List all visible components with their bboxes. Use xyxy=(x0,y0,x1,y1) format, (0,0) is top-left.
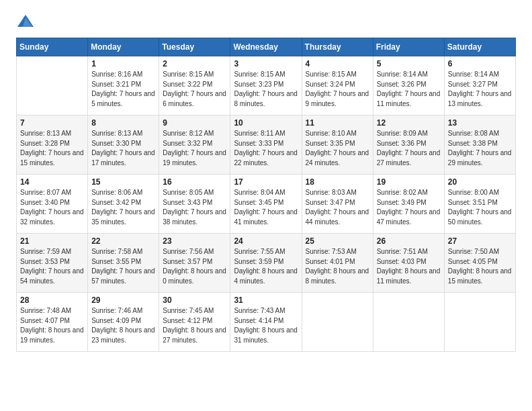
day-number: 25 xyxy=(306,236,369,246)
day-cell: 20Sunrise: 8:00 AMSunset: 3:51 PMDayligh… xyxy=(444,175,515,234)
day-info: Sunrise: 8:04 AMSunset: 3:45 PMDaylight:… xyxy=(234,188,298,227)
day-number: 3 xyxy=(234,59,298,68)
day-info: Sunrise: 7:53 AMSunset: 4:01 PMDaylight:… xyxy=(306,247,369,286)
day-number: 23 xyxy=(163,236,226,246)
day-info: Sunrise: 8:02 AMSunset: 3:49 PMDaylight:… xyxy=(377,188,441,227)
day-info: Sunrise: 8:14 AMSunset: 3:27 PMDaylight:… xyxy=(448,70,512,109)
day-info: Sunrise: 7:45 AMSunset: 4:12 PMDaylight:… xyxy=(163,306,226,345)
day-info: Sunrise: 8:09 AMSunset: 3:36 PMDaylight:… xyxy=(377,129,441,168)
day-info: Sunrise: 8:15 AMSunset: 3:23 PMDaylight:… xyxy=(234,70,298,109)
day-number: 4 xyxy=(306,59,369,68)
day-info: Sunrise: 7:59 AMSunset: 3:53 PMDaylight:… xyxy=(20,247,84,286)
day-number: 31 xyxy=(234,295,298,305)
day-cell: 11Sunrise: 8:10 AMSunset: 3:35 PMDayligh… xyxy=(302,116,373,175)
day-info: Sunrise: 7:50 AMSunset: 4:05 PMDaylight:… xyxy=(448,247,512,286)
week-row-5: 28Sunrise: 7:48 AMSunset: 4:07 PMDayligh… xyxy=(17,293,516,352)
day-number: 16 xyxy=(163,177,226,187)
day-cell: 2Sunrise: 8:15 AMSunset: 3:22 PMDaylight… xyxy=(159,56,230,116)
day-info: Sunrise: 7:48 AMSunset: 4:07 PMDaylight:… xyxy=(20,306,84,345)
day-info: Sunrise: 8:03 AMSunset: 3:47 PMDaylight:… xyxy=(306,188,369,227)
day-cell: 28Sunrise: 7:48 AMSunset: 4:07 PMDayligh… xyxy=(17,293,88,352)
day-info: Sunrise: 8:07 AMSunset: 3:40 PMDaylight:… xyxy=(20,188,84,227)
day-cell: 5Sunrise: 8:14 AMSunset: 3:26 PMDaylight… xyxy=(373,56,444,116)
day-number: 8 xyxy=(91,118,155,128)
day-info: Sunrise: 8:00 AMSunset: 3:51 PMDaylight:… xyxy=(448,188,512,227)
day-cell: 18Sunrise: 8:03 AMSunset: 3:47 PMDayligh… xyxy=(302,175,373,234)
day-cell: 6Sunrise: 8:14 AMSunset: 3:27 PMDaylight… xyxy=(444,56,515,116)
day-info: Sunrise: 8:13 AMSunset: 3:30 PMDaylight:… xyxy=(91,129,155,168)
day-info: Sunrise: 7:56 AMSunset: 3:57 PMDaylight:… xyxy=(163,247,226,286)
day-number: 5 xyxy=(377,59,441,68)
day-number: 30 xyxy=(163,295,226,305)
day-number: 10 xyxy=(234,118,298,128)
day-info: Sunrise: 8:12 AMSunset: 3:32 PMDaylight:… xyxy=(163,129,226,168)
day-info: Sunrise: 8:13 AMSunset: 3:28 PMDaylight:… xyxy=(20,129,84,168)
day-cell: 29Sunrise: 7:46 AMSunset: 4:09 PMDayligh… xyxy=(88,293,159,352)
day-info: Sunrise: 8:16 AMSunset: 3:21 PMDaylight:… xyxy=(91,70,155,109)
day-info: Sunrise: 8:06 AMSunset: 3:42 PMDaylight:… xyxy=(91,188,155,227)
day-info: Sunrise: 7:58 AMSunset: 3:55 PMDaylight:… xyxy=(91,247,155,286)
day-cell xyxy=(302,293,373,352)
day-info: Sunrise: 8:08 AMSunset: 3:38 PMDaylight:… xyxy=(448,129,512,168)
logo xyxy=(16,12,38,31)
day-number: 21 xyxy=(20,236,84,246)
day-cell: 4Sunrise: 8:15 AMSunset: 3:24 PMDaylight… xyxy=(302,56,373,116)
day-cell: 31Sunrise: 7:43 AMSunset: 4:14 PMDayligh… xyxy=(230,293,302,352)
day-info: Sunrise: 8:15 AMSunset: 3:24 PMDaylight:… xyxy=(306,70,369,109)
weekday-header-wednesday: Wednesday xyxy=(230,38,302,56)
day-cell: 14Sunrise: 8:07 AMSunset: 3:40 PMDayligh… xyxy=(17,175,88,234)
day-cell: 3Sunrise: 8:15 AMSunset: 3:23 PMDaylight… xyxy=(230,56,302,116)
day-cell: 16Sunrise: 8:05 AMSunset: 3:43 PMDayligh… xyxy=(159,175,230,234)
day-number: 13 xyxy=(448,118,512,128)
day-number: 11 xyxy=(306,118,369,128)
day-number: 6 xyxy=(448,59,512,68)
day-number: 17 xyxy=(234,177,298,187)
day-cell xyxy=(444,293,515,352)
weekday-header-friday: Friday xyxy=(373,38,444,56)
day-number: 24 xyxy=(234,236,298,246)
day-number: 29 xyxy=(91,295,155,305)
calendar-table: SundayMondayTuesdayWednesdayThursdayFrid… xyxy=(16,38,516,352)
day-info: Sunrise: 8:15 AMSunset: 3:22 PMDaylight:… xyxy=(163,70,226,109)
weekday-header-sunday: Sunday xyxy=(17,38,88,56)
day-number: 2 xyxy=(163,59,226,68)
weekday-header-saturday: Saturday xyxy=(444,38,515,56)
day-cell: 19Sunrise: 8:02 AMSunset: 3:49 PMDayligh… xyxy=(373,175,444,234)
day-number: 27 xyxy=(448,236,512,246)
day-number: 15 xyxy=(91,177,155,187)
day-cell: 26Sunrise: 7:51 AMSunset: 4:03 PMDayligh… xyxy=(373,234,444,293)
day-number: 20 xyxy=(448,177,512,187)
day-number: 19 xyxy=(377,177,441,187)
day-cell: 7Sunrise: 8:13 AMSunset: 3:28 PMDaylight… xyxy=(17,116,88,175)
day-info: Sunrise: 8:14 AMSunset: 3:26 PMDaylight:… xyxy=(377,70,441,109)
day-cell: 13Sunrise: 8:08 AMSunset: 3:38 PMDayligh… xyxy=(444,116,515,175)
day-number: 12 xyxy=(377,118,441,128)
day-number: 18 xyxy=(306,177,369,187)
day-info: Sunrise: 8:10 AMSunset: 3:35 PMDaylight:… xyxy=(306,129,369,168)
day-cell: 22Sunrise: 7:58 AMSunset: 3:55 PMDayligh… xyxy=(88,234,159,293)
header xyxy=(16,12,516,31)
day-cell: 24Sunrise: 7:55 AMSunset: 3:59 PMDayligh… xyxy=(230,234,302,293)
day-info: Sunrise: 7:43 AMSunset: 4:14 PMDaylight:… xyxy=(234,306,298,345)
day-cell: 21Sunrise: 7:59 AMSunset: 3:53 PMDayligh… xyxy=(17,234,88,293)
day-info: Sunrise: 7:55 AMSunset: 3:59 PMDaylight:… xyxy=(234,247,298,286)
week-row-2: 7Sunrise: 8:13 AMSunset: 3:28 PMDaylight… xyxy=(17,116,516,175)
day-cell: 15Sunrise: 8:06 AMSunset: 3:42 PMDayligh… xyxy=(88,175,159,234)
day-info: Sunrise: 8:05 AMSunset: 3:43 PMDaylight:… xyxy=(163,188,226,227)
weekday-header-monday: Monday xyxy=(88,38,159,56)
day-number: 7 xyxy=(20,118,84,128)
day-cell: 27Sunrise: 7:50 AMSunset: 4:05 PMDayligh… xyxy=(444,234,515,293)
day-cell: 10Sunrise: 8:11 AMSunset: 3:33 PMDayligh… xyxy=(230,116,302,175)
weekday-header-tuesday: Tuesday xyxy=(159,38,230,56)
day-cell: 17Sunrise: 8:04 AMSunset: 3:45 PMDayligh… xyxy=(230,175,302,234)
day-number: 28 xyxy=(20,295,84,305)
day-cell: 12Sunrise: 8:09 AMSunset: 3:36 PMDayligh… xyxy=(373,116,444,175)
day-cell: 30Sunrise: 7:45 AMSunset: 4:12 PMDayligh… xyxy=(159,293,230,352)
day-number: 26 xyxy=(377,236,441,246)
day-cell: 25Sunrise: 7:53 AMSunset: 4:01 PMDayligh… xyxy=(302,234,373,293)
day-number: 14 xyxy=(20,177,84,187)
day-cell xyxy=(17,56,88,116)
day-cell: 23Sunrise: 7:56 AMSunset: 3:57 PMDayligh… xyxy=(159,234,230,293)
week-row-3: 14Sunrise: 8:07 AMSunset: 3:40 PMDayligh… xyxy=(17,175,516,234)
week-row-1: 1Sunrise: 8:16 AMSunset: 3:21 PMDaylight… xyxy=(17,56,516,116)
